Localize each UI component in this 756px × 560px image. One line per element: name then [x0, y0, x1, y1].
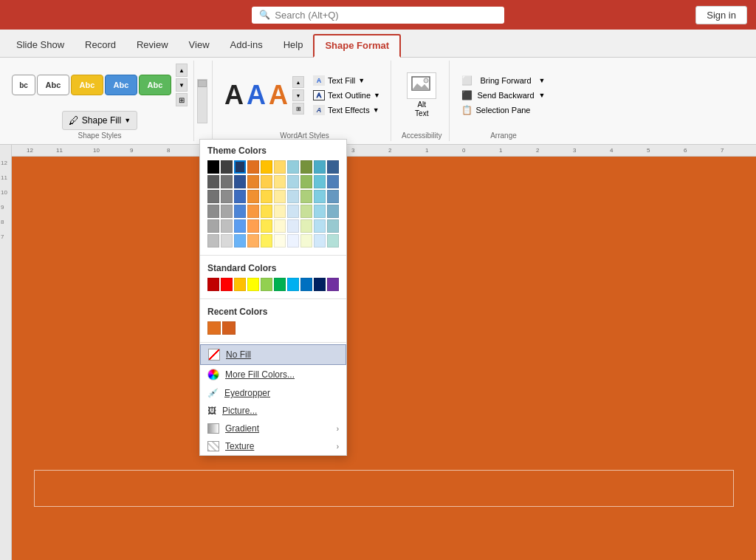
theme-swatch-r3c5[interactable]	[261, 190, 272, 203]
theme-swatch-r5c3[interactable]	[234, 219, 246, 233]
wordart-letter-dark[interactable]: A	[224, 82, 244, 109]
theme-swatch-r1c5[interactable]	[261, 160, 272, 174]
recent-swatch-1[interactable]	[207, 321, 221, 335]
theme-swatch-r4c4[interactable]	[247, 205, 259, 218]
theme-swatch-r4c2[interactable]	[221, 205, 233, 218]
theme-swatch-r4c6[interactable]	[274, 205, 286, 218]
tab-shapeformat[interactable]: Shape Format	[313, 34, 401, 58]
theme-swatch-r3c8[interactable]	[300, 190, 312, 203]
theme-swatch-r5c4[interactable]	[247, 219, 259, 233]
theme-swatch-r3c9[interactable]	[314, 190, 326, 203]
theme-swatch-r5c6[interactable]	[274, 219, 286, 233]
scroll-up[interactable]: ▲	[176, 64, 188, 77]
gradient-item[interactable]: Gradient ›	[200, 420, 346, 437]
selection-pane-button[interactable]: 📋 Selection Pane	[458, 103, 548, 117]
theme-swatch-r4c3[interactable]	[234, 205, 246, 218]
wordart-scroll-down[interactable]: ▼	[292, 89, 304, 101]
theme-swatch-r6c10[interactable]	[327, 234, 339, 247]
theme-swatch-r2c9[interactable]	[314, 175, 326, 188]
std-swatch-10[interactable]	[327, 278, 339, 291]
theme-swatch-r5c5[interactable]	[261, 219, 272, 233]
theme-swatch-r6c4[interactable]	[247, 234, 259, 247]
std-swatch-9[interactable]	[314, 278, 326, 291]
theme-swatch-r2c7[interactable]	[287, 175, 299, 188]
search-box[interactable]: 🔍	[252, 7, 504, 24]
text-effects-button[interactable]: A Text Effects ▼	[309, 103, 385, 117]
recent-swatch-2[interactable]	[222, 321, 236, 335]
scroll-handle[interactable]	[198, 80, 207, 87]
tab-record[interactable]: Record	[75, 35, 126, 57]
theme-swatch-r5c8[interactable]	[300, 219, 312, 233]
theme-swatch-r1c1[interactable]	[207, 160, 219, 174]
theme-swatch-r1c10[interactable]	[327, 160, 339, 174]
theme-swatch-r2c10[interactable]	[327, 175, 339, 188]
std-swatch-8[interactable]	[300, 278, 312, 291]
canvas-textbox[interactable]	[34, 470, 734, 507]
sign-in-button[interactable]: Sign in	[695, 6, 747, 24]
theme-swatch-r5c10[interactable]	[327, 219, 339, 233]
theme-swatch-r4c5[interactable]	[261, 205, 272, 218]
theme-swatch-r1c8[interactable]	[300, 160, 312, 174]
std-swatch-3[interactable]	[234, 278, 246, 291]
theme-swatch-r1c9[interactable]	[314, 160, 326, 174]
shape-style-abc3[interactable]: Abc	[105, 75, 137, 95]
shape-style-abc1[interactable]: Abc	[37, 75, 69, 95]
send-backward-button[interactable]: ⬛ Send Backward ▼	[458, 89, 548, 102]
std-swatch-7[interactable]	[287, 278, 299, 291]
more-fill-colors-item[interactable]: More Fill Colors...	[200, 365, 346, 384]
theme-swatch-r1c3[interactable]	[234, 160, 246, 174]
theme-swatch-r2c1[interactable]	[207, 175, 219, 188]
std-swatch-5[interactable]	[261, 278, 272, 291]
theme-swatch-r6c2[interactable]	[221, 234, 233, 247]
theme-swatch-r1c4[interactable]	[247, 160, 259, 174]
theme-swatch-r2c8[interactable]	[300, 175, 312, 188]
std-swatch-4[interactable]	[247, 278, 259, 291]
scroll-more[interactable]: ⊞	[176, 93, 188, 106]
theme-swatch-r1c7[interactable]	[287, 160, 299, 174]
theme-swatch-r3c6[interactable]	[274, 190, 286, 203]
theme-swatch-r6c3[interactable]	[234, 234, 246, 247]
theme-swatch-r2c2[interactable]	[221, 175, 233, 188]
std-swatch-2[interactable]	[221, 278, 233, 291]
theme-swatch-r3c7[interactable]	[287, 190, 299, 203]
theme-swatch-r6c5[interactable]	[261, 234, 272, 247]
texture-item[interactable]: Texture ›	[200, 437, 346, 455]
shape-style-bc[interactable]: bc	[12, 75, 35, 95]
theme-swatch-r4c1[interactable]	[207, 205, 219, 218]
std-swatch-6[interactable]	[274, 278, 286, 291]
theme-swatch-r5c9[interactable]	[314, 219, 326, 233]
wordart-letter-orange[interactable]: A	[269, 82, 288, 109]
theme-swatch-r6c6[interactable]	[274, 234, 286, 247]
theme-swatch-r5c7[interactable]	[287, 219, 299, 233]
theme-swatch-r3c1[interactable]	[207, 190, 219, 203]
theme-swatch-r6c1[interactable]	[207, 234, 219, 247]
ribbon-scrollbar[interactable]	[197, 79, 207, 123]
theme-swatch-r3c2[interactable]	[221, 190, 233, 203]
search-input[interactable]	[275, 10, 496, 21]
shape-style-abc4[interactable]: Abc	[139, 75, 171, 95]
theme-swatch-r3c3[interactable]	[234, 190, 246, 203]
theme-swatch-r2c4[interactable]	[247, 175, 259, 188]
scroll-down[interactable]: ▼	[176, 78, 188, 92]
tab-slideshow[interactable]: Slide Show	[6, 35, 75, 57]
theme-swatch-r1c2[interactable]	[221, 160, 233, 174]
theme-swatch-r2c3[interactable]	[234, 175, 246, 188]
theme-swatch-r5c1[interactable]	[207, 219, 219, 233]
tab-view[interactable]: View	[179, 35, 220, 57]
std-swatch-1[interactable]	[207, 278, 219, 291]
tab-addins[interactable]: Add-ins	[220, 35, 273, 57]
theme-swatch-r3c4[interactable]	[247, 190, 259, 203]
theme-swatch-r2c5[interactable]	[261, 175, 272, 188]
picture-item[interactable]: 🖼 Picture...	[200, 402, 346, 420]
theme-swatch-r3c10[interactable]	[327, 190, 339, 203]
eyedropper-item[interactable]: 💉 Eyedropper	[200, 384, 346, 402]
tab-help[interactable]: Help	[273, 35, 314, 57]
theme-swatch-r4c10[interactable]	[327, 205, 339, 218]
wordart-scroll-up[interactable]: ▲	[292, 76, 304, 88]
text-fill-button[interactable]: A Text Fill ▼	[309, 74, 385, 87]
alt-text-button[interactable]: AltText	[404, 69, 439, 121]
theme-swatch-r4c9[interactable]	[314, 205, 326, 218]
shape-style-abc2[interactable]: Abc	[71, 75, 103, 95]
wordart-letter-blue[interactable]: A	[247, 82, 266, 109]
theme-swatch-r4c8[interactable]	[300, 205, 312, 218]
